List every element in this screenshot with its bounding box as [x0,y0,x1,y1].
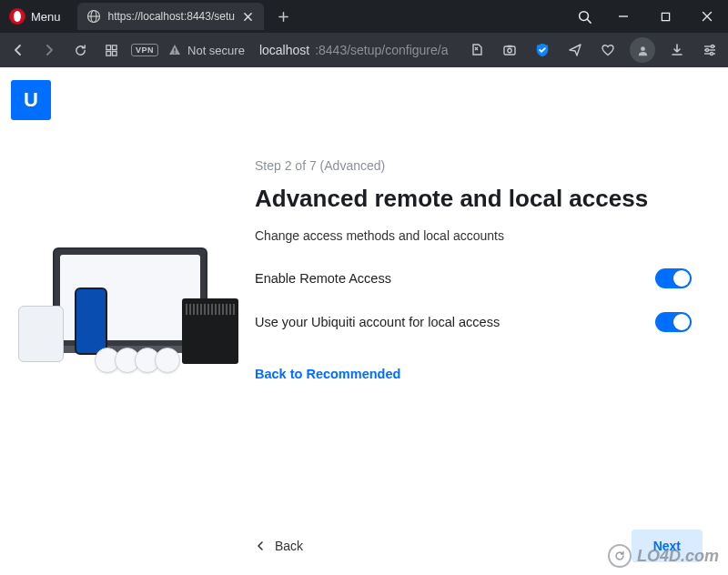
chevron-left-icon [255,540,266,551]
title-bar: Menu https://localhost:8443/setu [0,0,728,33]
setup-content: Step 2 of 7 (Advanced) Advanced remote a… [255,158,692,382]
menu-label: Menu [31,10,61,24]
opera-logo-icon [9,8,25,25]
ubiquiti-account-toggle[interactable] [655,312,692,332]
svg-rect-10 [112,51,116,55]
svg-rect-7 [106,45,110,49]
address-bar[interactable]: localhost:8443/setup/configure/a [254,43,457,57]
page-title: Advanced remote and local access [255,184,692,214]
new-tab-button[interactable] [273,5,295,27]
settings-button[interactable] [699,39,721,61]
svg-point-14 [508,48,511,52]
opera-menu-button[interactable]: Menu [0,0,70,33]
url-host: localhost [259,43,309,57]
devices-illustration [13,247,238,378]
speeddial-button[interactable] [100,39,122,61]
toggle-label: Use your Ubiquiti account for local acce… [255,315,500,329]
tabs-area: https://localhost:8443/setu [70,0,566,33]
svg-point-23 [711,53,713,55]
setup-footer: Back Next [255,530,703,562]
warning-icon [167,43,182,57]
downloads-button[interactable] [666,39,688,61]
search-button[interactable] [566,0,602,33]
back-label: Back [275,539,303,553]
window-close-button[interactable] [686,0,728,33]
next-label: Next [653,539,681,553]
svg-point-16 [641,46,645,51]
step-label: Step 2 of 7 (Advanced) [255,158,692,173]
vpn-badge[interactable]: VPN [131,44,158,56]
svg-rect-13 [504,46,515,55]
ap-disc-icon [155,348,180,373]
page-description: Change access methods and local accounts [255,228,692,243]
toggle-row-ubiquiti: Use your Ubiquiti account for local acce… [255,312,692,332]
brand-letter: U [24,88,38,112]
security-indicator[interactable]: Not secure [167,43,245,57]
back-to-recommended-link[interactable]: Back to Recommended [255,367,400,381]
brand-logo[interactable]: U [11,80,51,120]
maximize-button[interactable] [644,0,686,33]
phone-icon [75,288,107,355]
toggle-label: Enable Remote Access [255,271,391,286]
nav-back-button[interactable] [7,39,29,61]
svg-line-4 [587,19,591,23]
security-label: Not secure [187,44,245,57]
remote-access-toggle[interactable] [655,268,692,288]
url-path: :8443/setup/configure/a [315,43,448,57]
tab-title: https://localhost:8443/setu [108,10,235,23]
svg-rect-8 [112,45,116,49]
send-button[interactable] [564,39,586,61]
close-icon[interactable] [242,10,255,23]
svg-rect-9 [106,51,110,55]
toggle-row-remote: Enable Remote Access [255,268,692,288]
minimize-button[interactable] [602,0,644,33]
rack-icon [182,298,238,364]
next-button[interactable]: Next [632,530,703,562]
browser-chrome: Menu https://localhost:8443/setu [0,0,728,67]
browser-tab[interactable]: https://localhost:8443/setu [77,3,264,30]
svg-rect-11 [174,48,175,52]
profile-button[interactable] [630,37,655,63]
page-content: U Step 2 of 7 (Advanced) Advanced remote… [0,67,728,575]
browser-toolbar: VPN Not secure localhost:8443/setup/conf… [0,33,728,67]
svg-rect-15 [508,45,512,47]
bookmark-button[interactable] [466,39,488,61]
toolbar-right-tools [466,37,721,63]
nav-forward-button[interactable] [38,39,60,61]
back-button[interactable]: Back [255,539,303,553]
globe-icon [86,9,101,24]
svg-rect-6 [662,13,669,20]
snapshot-button[interactable] [499,39,521,61]
gateway-icon [18,306,64,362]
svg-point-22 [706,49,709,52]
window-controls [566,0,728,33]
svg-point-21 [712,45,714,48]
heart-button[interactable] [597,39,619,61]
reload-button[interactable] [69,39,91,61]
adblock-button[interactable] [531,39,553,61]
svg-rect-12 [174,53,175,54]
